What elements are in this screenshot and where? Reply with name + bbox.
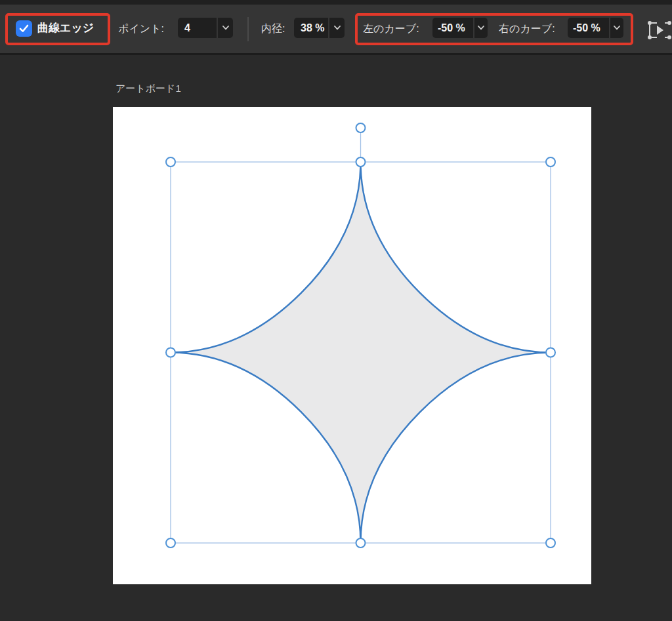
left-curve-label: 左のカーブ: bbox=[363, 22, 419, 35]
left-curve-dropdown[interactable]: -50 % bbox=[432, 18, 488, 38]
right-curve-dropdown[interactable]: -50 % bbox=[568, 18, 623, 38]
chevron-down-icon bbox=[614, 26, 620, 30]
chevron-down-icon bbox=[334, 26, 341, 30]
inner-radius-dropdown[interactable]: 38 % bbox=[294, 18, 345, 38]
selection-play-icon bbox=[647, 18, 672, 43]
artboard[interactable] bbox=[113, 107, 591, 584]
left-curve-value[interactable]: -50 % bbox=[432, 18, 473, 38]
inner-radius-value[interactable]: 38 % bbox=[294, 18, 328, 38]
points-value[interactable]: 4 bbox=[178, 18, 217, 38]
right-curve-dropdown-button[interactable] bbox=[610, 18, 623, 38]
app-window: 曲線エッジ ポイント: 4 内径: 38 % 左のカーブ: -50 % bbox=[0, 0, 672, 621]
inner-radius-dropdown-button[interactable] bbox=[329, 18, 345, 38]
points-label: ポイント: bbox=[118, 22, 164, 35]
artboard-label[interactable]: アートボード1 bbox=[116, 83, 181, 95]
selection-play-button[interactable] bbox=[647, 18, 672, 43]
points-dropdown[interactable]: 4 bbox=[178, 18, 233, 38]
inner-radius-label: 内径: bbox=[261, 22, 285, 35]
shape-options-toolbar: 曲線エッジ ポイント: 4 内径: 38 % 左のカーブ: -50 % bbox=[0, 5, 672, 53]
canvas-area[interactable]: アートボード1 bbox=[0, 55, 672, 621]
chevron-down-icon bbox=[478, 26, 484, 30]
points-dropdown-button[interactable] bbox=[218, 18, 233, 38]
right-curve-value[interactable]: -50 % bbox=[568, 18, 609, 38]
curved-edges-checkbox[interactable] bbox=[16, 20, 32, 37]
right-curve-label: 右のカーブ: bbox=[499, 22, 555, 35]
toolbar-separator bbox=[247, 17, 249, 41]
chevron-down-icon bbox=[222, 26, 229, 30]
left-curve-dropdown-button[interactable] bbox=[474, 18, 488, 38]
checkmark-icon bbox=[19, 24, 29, 33]
top-strip bbox=[0, 0, 672, 5]
curved-edges-label: 曲線エッジ bbox=[37, 22, 94, 35]
